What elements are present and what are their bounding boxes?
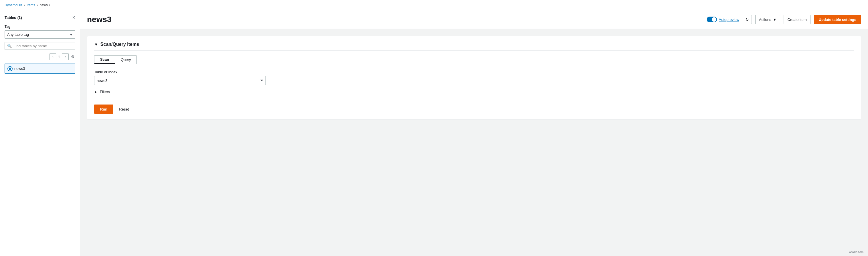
refresh-button[interactable]: ↻ bbox=[743, 15, 752, 24]
search-icon: 🔍 bbox=[7, 44, 12, 48]
table-name: news3 bbox=[14, 66, 25, 71]
tab-scan[interactable]: Scan bbox=[94, 56, 115, 64]
close-sidebar-button[interactable]: × bbox=[72, 15, 75, 20]
next-page-button[interactable]: › bbox=[62, 53, 69, 60]
filters-expand-icon: ► bbox=[94, 90, 98, 94]
tab-query[interactable]: Query bbox=[115, 56, 136, 64]
card-header: ▼ Scan/Query items bbox=[94, 42, 854, 51]
tag-select[interactable]: Any table tag bbox=[5, 30, 75, 39]
header-actions: Autopreview ↻ Actions ▼ Create item Upda… bbox=[707, 15, 861, 24]
breadcrumb-sep-2: › bbox=[37, 3, 38, 7]
run-button[interactable]: Run bbox=[94, 105, 113, 114]
table-settings-button[interactable]: ⚙ bbox=[70, 54, 75, 60]
prev-page-button[interactable]: ‹ bbox=[50, 53, 56, 60]
card-title: Scan/Query items bbox=[100, 42, 139, 47]
actions-label: Actions bbox=[759, 18, 771, 22]
filters-label: Filters bbox=[100, 90, 110, 94]
reset-button[interactable]: Reset bbox=[117, 105, 131, 114]
table-index-label: Table or index bbox=[94, 70, 854, 74]
table-index-field: Table or index news3 bbox=[94, 70, 854, 85]
actions-chevron-icon: ▼ bbox=[773, 18, 776, 22]
autopreview-label[interactable]: Autopreview bbox=[719, 18, 739, 22]
button-row: Run Reset bbox=[94, 99, 854, 114]
sidebar: Tables (1) × Tag Any table tag 🔍 ‹ 1 › ⚙… bbox=[0, 10, 80, 256]
collapse-arrow-icon[interactable]: ▼ bbox=[94, 42, 98, 47]
sidebar-title: Tables (1) bbox=[5, 15, 22, 20]
table-index-select[interactable]: news3 bbox=[94, 76, 266, 85]
pagination-row: ‹ 1 › ⚙ bbox=[5, 53, 75, 60]
table-list-item[interactable]: news3 bbox=[5, 63, 75, 74]
page-header: news3 Autopreview ↻ Actions ▼ Create ite… bbox=[80, 10, 868, 29]
filters-section[interactable]: ► Filters bbox=[94, 90, 854, 94]
table-radio-selected bbox=[8, 67, 12, 71]
page-title: news3 bbox=[87, 15, 112, 24]
page-number: 1 bbox=[58, 55, 60, 59]
toggle-knob bbox=[712, 17, 716, 22]
refresh-icon: ↻ bbox=[746, 18, 749, 22]
scan-query-card: ▼ Scan/Query items Scan Query Table or i… bbox=[87, 36, 861, 120]
create-item-button[interactable]: Create item bbox=[784, 15, 810, 24]
breadcrumb-items[interactable]: Items bbox=[27, 3, 35, 7]
tag-label: Tag bbox=[5, 25, 75, 29]
scan-query-tab-group: Scan Query bbox=[94, 55, 137, 64]
breadcrumb-sep-1: › bbox=[24, 3, 25, 7]
table-select-row: news3 bbox=[94, 76, 854, 85]
main-content: ▼ Scan/Query items Scan Query Table or i… bbox=[80, 29, 868, 256]
toggle-switch[interactable] bbox=[707, 17, 717, 22]
breadcrumb: DynamoDB › Items › news3 bbox=[0, 0, 868, 10]
sidebar-header: Tables (1) × bbox=[5, 15, 75, 20]
content-area: news3 Autopreview ↻ Actions ▼ Create ite… bbox=[80, 10, 868, 256]
breadcrumb-current: news3 bbox=[40, 3, 50, 7]
search-input[interactable] bbox=[13, 44, 73, 48]
search-box: 🔍 bbox=[5, 42, 75, 50]
breadcrumb-dynamodb[interactable]: DynamoDB bbox=[5, 3, 22, 7]
autopreview-toggle[interactable]: Autopreview bbox=[707, 17, 739, 22]
update-table-settings-button[interactable]: Update table settings bbox=[814, 15, 861, 24]
main-layout: Tables (1) × Tag Any table tag 🔍 ‹ 1 › ⚙… bbox=[0, 10, 868, 256]
footer-credit: wsxdn.com bbox=[847, 249, 866, 255]
actions-button[interactable]: Actions ▼ bbox=[755, 15, 780, 24]
